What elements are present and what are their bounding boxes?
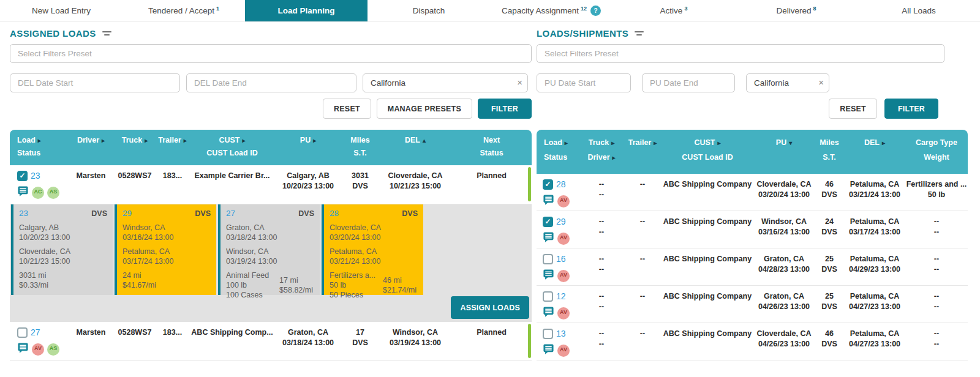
column-header-trailer[interactable]: Trailer▸ [624, 130, 662, 174]
column-header-pu[interactable]: PU▾ [753, 130, 815, 174]
card-load-id[interactable]: 29 [123, 209, 132, 218]
comment-icon[interactable] [17, 185, 29, 200]
driver-value: -- [599, 339, 604, 349]
card-rate: 17 mi$58.82/mi [279, 275, 314, 300]
filters-preset-input[interactable] [10, 44, 532, 63]
stop-card[interactable]: 28DVS Cloverdale, CA03/20/24 13:00 Petal… [322, 204, 423, 295]
load-cell: ✓ 28 AV [537, 174, 579, 211]
cust-value: ABC Shipping Company [663, 217, 752, 227]
tab-label: New Load Entry [32, 6, 91, 15]
comment-icon[interactable] [543, 231, 554, 246]
column-label: Trailer [628, 139, 652, 147]
load-id-link[interactable]: 16 [556, 254, 566, 264]
del-date-start-input[interactable] [10, 73, 180, 92]
card-load-id[interactable]: 23 [19, 209, 28, 218]
tab-new-load-entry[interactable]: New Load Entry [0, 0, 123, 21]
del-date: 03/21/24 13:00 [849, 190, 900, 200]
manage-presets-button[interactable]: MANAGE PRESETS [377, 99, 472, 119]
comment-icon[interactable] [543, 194, 554, 209]
row-checkbox[interactable]: ✓ [543, 291, 553, 302]
column-header-load[interactable]: Load▸ Status [537, 130, 579, 174]
row-checkbox[interactable]: ✓ [543, 329, 553, 339]
stop-card[interactable]: 23DVS Calgary, AB10/20/23 13:00 Cloverda… [11, 204, 113, 295]
card-service-type: DVS [298, 209, 314, 218]
state-filter-input[interactable] [363, 73, 528, 92]
tab-label: Tendered / Accept [148, 6, 214, 15]
card-load-id[interactable]: 27 [226, 209, 235, 218]
column-label: CUST Load ID [206, 149, 257, 157]
filter-icon[interactable] [102, 31, 111, 35]
pu-date-end-input[interactable] [642, 73, 735, 92]
loads-shipments-panel: LOADS/SHIPMENTS × RESET FILTER Load▸ Sta… [537, 27, 968, 360]
row-checkbox[interactable]: ✓ [17, 327, 28, 338]
pu-cell: Cloverdale, CA04/26/23 13:00 [753, 323, 815, 360]
filter-button[interactable]: FILTER [884, 99, 938, 119]
table-row[interactable]: ✓ 28 AV ---- -- ABC Shipping Company Clo… [537, 174, 968, 211]
filters-preset-input[interactable] [537, 44, 944, 63]
comment-icon[interactable] [543, 306, 554, 321]
tab-all-loads[interactable]: All Loads [858, 0, 980, 21]
pu-date-start-input[interactable] [537, 73, 631, 92]
cust-value: ABC Shipping Comp... [191, 327, 273, 338]
column-header-trailer[interactable]: Trailer▸ [156, 130, 189, 165]
row-checkbox[interactable]: ✓ [17, 171, 28, 181]
cust-cell: Example Carrier Br... [189, 165, 275, 204]
column-header-pu[interactable]: PU▸ [275, 130, 341, 165]
clear-filter-icon[interactable]: × [517, 77, 522, 88]
card-service-type: DVS [91, 209, 107, 218]
column-header-truck-driver[interactable]: Truck▸ Driver▸ [579, 130, 624, 174]
next-status-cell: Planned [451, 322, 532, 360]
service-type: DVS [821, 339, 837, 349]
column-header-driver[interactable]: Driver▸ [68, 130, 114, 165]
tab-capacity-assignment[interactable]: Capacity Assignment12? [490, 0, 612, 21]
row-checkbox[interactable]: ✓ [543, 254, 553, 264]
load-id-link[interactable]: 29 [556, 217, 566, 227]
state-filter-input[interactable] [746, 73, 829, 92]
filter-button[interactable]: FILTER [478, 99, 532, 119]
assign-loads-button[interactable]: ASSIGN LOADS [451, 296, 529, 319]
del-date-end-input[interactable] [186, 73, 356, 92]
column-header-load[interactable]: Load▸ Status [10, 130, 68, 165]
del-date: 03/17/24 13:00 [849, 227, 900, 237]
table-row[interactable]: ✓ 27 AV AS Marsten 0528WS7 183... ABC Sh… [10, 322, 532, 361]
table-row[interactable]: ✓ 16 AV ---- -- ABC Shipping Company Gra… [537, 248, 968, 286]
row-checkbox[interactable]: ✓ [543, 217, 553, 227]
row-checkbox[interactable]: ✓ [543, 179, 553, 190]
reset-button[interactable]: RESET [829, 99, 877, 119]
comment-icon[interactable] [543, 343, 554, 358]
load-id-link[interactable]: 23 [31, 171, 40, 181]
help-icon[interactable]: ? [590, 6, 601, 16]
column-header-del[interactable]: DEL▴ [379, 130, 451, 165]
stop-card[interactable]: 27DVS Graton, CA03/18/24 13:00 Windsor, … [218, 204, 320, 295]
tab-delivered[interactable]: Delivered8 [735, 0, 858, 21]
load-id-link[interactable]: 13 [556, 329, 566, 339]
miles-value: 25 [825, 291, 834, 302]
comment-icon[interactable] [17, 342, 29, 357]
table-row[interactable]: ✓ 29 AV ---- -- ABC Shipping Company Win… [537, 211, 968, 248]
load-id-link[interactable]: 27 [31, 327, 40, 338]
clear-filter-icon[interactable]: × [818, 77, 824, 88]
column-label: PU [300, 136, 311, 144]
filter-icon[interactable] [635, 31, 644, 35]
miles-cell: 25DVS [815, 248, 844, 285]
tab-dispatch[interactable]: Dispatch [368, 0, 490, 21]
comment-icon[interactable] [543, 269, 554, 283]
load-id-link[interactable]: 12 [556, 291, 566, 302]
column-header-truck[interactable]: Truck▸ [114, 130, 156, 165]
table-row[interactable]: ✓ 12 AV ---- -- ABC Shipping Company Gra… [537, 286, 968, 323]
stop-card[interactable]: 29DVS Windsor, CA03/16/24 13:00 Petaluma… [115, 204, 216, 295]
tab-load-planning[interactable]: Load Planning [245, 0, 368, 21]
tab-active[interactable]: Active3 [612, 0, 735, 21]
table-row[interactable]: ✓ 23 AC AS Marsten 0528WS7 183... Exampl… [10, 165, 532, 204]
column-header-cust[interactable]: CUST▸ CUST Load ID [189, 130, 275, 165]
reset-button[interactable]: RESET [323, 99, 371, 119]
column-header-del[interactable]: DEL▸ [844, 130, 905, 174]
del-city: Petaluma, CA [850, 179, 900, 190]
panel-title: LOADS/SHIPMENTS [537, 28, 628, 39]
column-header-cust[interactable]: CUST▸ CUST Load ID [662, 130, 753, 174]
table-row[interactable]: ✓ 13 AV ---- -- ABC Shipping Company Clo… [537, 323, 968, 360]
tab-label: Active [660, 6, 683, 15]
card-load-id[interactable]: 28 [330, 209, 339, 218]
tab-tendered-accept[interactable]: Tendered / Accept1 [123, 0, 245, 21]
load-id-link[interactable]: 28 [556, 179, 566, 190]
